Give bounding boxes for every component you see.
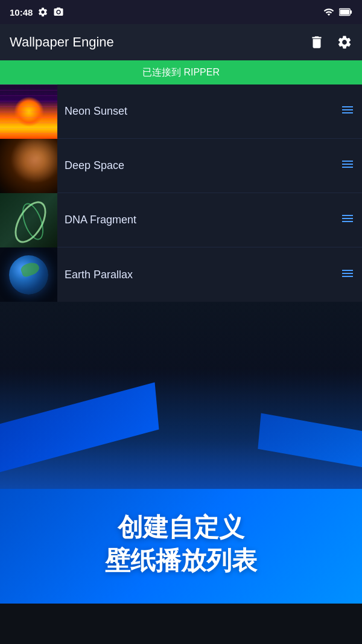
thumbnail-dna <box>0 193 57 247</box>
earth-graphic <box>9 255 48 295</box>
app-bar: Wallpaper Engine <box>0 24 362 60</box>
status-time: 10:48 <box>10 7 33 18</box>
list-item[interactable]: Neon Sunset <box>0 84 362 139</box>
gear-icon <box>337 34 352 50</box>
list-item[interactable]: DNA Fragment <box>0 193 362 247</box>
thumbnail-earth <box>0 247 57 302</box>
menu-icon-neon-sunset[interactable] <box>340 103 355 120</box>
promo-text: 创建自定义壁纸播放列表 <box>105 511 257 577</box>
wifi-icon <box>323 7 334 18</box>
wallpaper-name-neon-sunset: Neon Sunset <box>65 105 340 118</box>
hamburger-icon <box>340 211 355 226</box>
menu-icon-earth[interactable] <box>340 266 355 284</box>
wallpaper-list: Neon Sunset Deep Space DNA Fragment <box>0 84 362 302</box>
hamburger-icon <box>340 103 355 117</box>
menu-icon-dna[interactable] <box>340 211 355 229</box>
screenshot-icon <box>53 7 64 18</box>
status-right <box>323 7 352 18</box>
status-left: 10:48 <box>10 7 64 18</box>
menu-icon-deep-space[interactable] <box>340 157 355 174</box>
app-title: Wallpaper Engine <box>10 34 114 50</box>
connected-banner: 已连接到 RIPPER <box>0 60 362 84</box>
settings-system-icon <box>37 7 48 18</box>
status-bar: 10:48 <box>0 0 362 24</box>
preview-area <box>0 302 362 489</box>
wallpaper-name-dna: DNA Fragment <box>65 214 340 226</box>
promo-banner: 创建自定义壁纸播放列表 <box>0 489 362 604</box>
svg-rect-1 <box>350 10 352 14</box>
thumbnail-neon-sunset <box>0 84 57 139</box>
wallpaper-name-deep-space: Deep Space <box>65 159 340 172</box>
hamburger-icon <box>340 157 355 171</box>
thumbnail-deep-space <box>0 139 57 193</box>
list-item[interactable]: Earth Parallax <box>0 247 362 302</box>
connected-text: 已连接到 RIPPER <box>142 66 220 79</box>
list-item[interactable]: Deep Space <box>0 139 362 193</box>
settings-button[interactable] <box>337 34 352 50</box>
delete-button[interactable] <box>309 34 325 50</box>
trash-icon <box>309 34 325 50</box>
battery-icon <box>339 8 352 16</box>
wallpaper-name-earth: Earth Parallax <box>65 269 340 281</box>
svg-rect-2 <box>340 10 349 14</box>
hamburger-icon <box>340 266 355 281</box>
app-bar-icons <box>309 34 352 50</box>
